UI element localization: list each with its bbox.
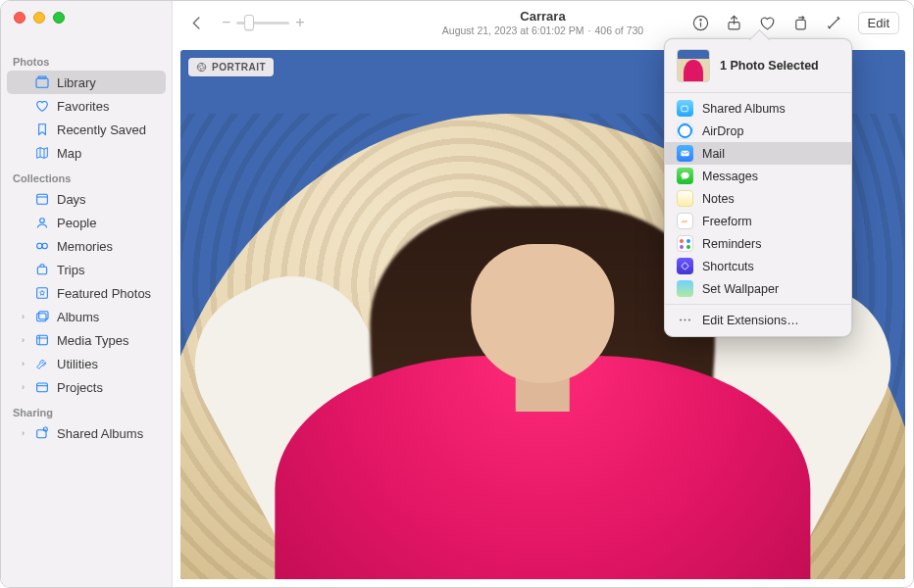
share-item-freeform[interactable]: Freeform [665, 210, 851, 232]
sidebar-item-favorites[interactable]: Favorites [7, 94, 166, 118]
media-types-icon [34, 332, 50, 348]
messages-icon [677, 168, 693, 184]
chevron-right-icon[interactable]: › [19, 359, 27, 368]
svg-rect-2 [37, 194, 48, 204]
notes-icon [677, 190, 693, 207]
airdrop-icon [677, 122, 693, 139]
sidebar-item-label: Library [57, 75, 96, 90]
share-item-label: Freeform [702, 215, 752, 228]
share-item-notes[interactable]: Notes [665, 187, 851, 210]
svg-rect-22 [682, 106, 687, 112]
sidebar-item-people[interactable]: People [7, 211, 166, 234]
sidebar-item-albums[interactable]: › Albums [7, 305, 166, 328]
shared-albums-icon [34, 425, 50, 441]
sidebar-item-featured-photos[interactable]: Featured Photos [7, 281, 166, 305]
share-item-reminders[interactable]: Reminders [665, 232, 851, 255]
svg-rect-20 [796, 20, 806, 28]
share-menu-thumbnail [677, 49, 710, 82]
maximize-window-button[interactable] [53, 12, 65, 24]
sidebar-item-label: Utilities [57, 357, 98, 371]
sidebar-item-memories[interactable]: Memories [7, 234, 166, 258]
edit-button[interactable]: Edit [858, 12, 899, 34]
svg-point-5 [37, 243, 42, 248]
sidebar-item-label: Shared Albums [57, 426, 143, 441]
share-item-airdrop[interactable]: AirDrop [665, 120, 851, 142]
chevron-right-icon[interactable]: › [19, 428, 27, 438]
bookmark-icon [34, 122, 50, 137]
sidebar-item-label: Recently Saved [57, 122, 146, 137]
share-item-shortcuts[interactable]: Shortcuts [665, 255, 851, 277]
rotate-button[interactable] [791, 13, 811, 32]
svg-point-25 [680, 319, 682, 321]
share-menu-header: 1 Photo Selected [665, 39, 851, 92]
info-button[interactable] [691, 13, 711, 32]
svg-rect-12 [37, 383, 48, 392]
share-item-messages[interactable]: Messages [665, 165, 851, 187]
projects-icon [34, 379, 50, 395]
sidebar-section-photos: Photos [1, 48, 172, 71]
share-item-label: Reminders [702, 237, 761, 251]
sidebar-item-media-types[interactable]: › Media Types [7, 328, 166, 352]
back-button[interactable] [186, 13, 206, 32]
shortcuts-icon [677, 258, 693, 274]
suitcase-icon [34, 262, 50, 277]
svg-rect-7 [37, 267, 46, 273]
toolbar-title-area: Carrara August 21, 2023 at 6:01:02 PM·40… [442, 9, 643, 36]
sidebar-section-sharing: Sharing [1, 399, 172, 421]
sidebar-item-library[interactable]: Library [7, 71, 166, 94]
portrait-badge: PORTRAIT [188, 58, 274, 76]
zoom-out-icon[interactable]: − [222, 14, 230, 31]
sidebar-item-shared-albums[interactable]: › Shared Albums [7, 421, 166, 445]
svg-rect-10 [39, 312, 48, 319]
share-menu: 1 Photo Selected Shared Albums AirDrop M… [664, 38, 852, 337]
sidebar-item-days[interactable]: Days [7, 187, 166, 211]
chevron-right-icon[interactable]: › [19, 312, 27, 321]
map-icon [34, 145, 50, 161]
sidebar-item-label: Projects [57, 380, 103, 395]
sidebar-item-projects[interactable]: › Projects [7, 375, 166, 399]
sidebar-item-label: Memories [57, 239, 113, 254]
zoom-in-icon[interactable]: + [295, 14, 304, 31]
share-item-mail[interactable]: Mail [665, 142, 851, 165]
mail-icon [677, 145, 693, 162]
auto-enhance-button[interactable] [825, 13, 844, 32]
share-item-set-wallpaper[interactable]: Set Wallpaper [665, 277, 851, 300]
sidebar-item-label: Days [57, 192, 86, 207]
wrench-icon [34, 356, 50, 371]
portrait-badge-label: PORTRAIT [212, 62, 266, 73]
reminders-icon [677, 235, 693, 252]
sidebar-item-recently-saved[interactable]: Recently Saved [7, 118, 166, 141]
sidebar-item-label: Favorites [57, 99, 109, 114]
star-square-icon [34, 285, 50, 301]
sidebar-item-label: Map [57, 146, 81, 161]
share-item-label: Shortcuts [702, 260, 754, 273]
share-item-label: Messages [702, 170, 758, 183]
extensions-icon [677, 312, 693, 328]
memories-icon [34, 238, 50, 254]
zoom-track[interactable] [236, 22, 289, 24]
chevron-right-icon[interactable]: › [19, 382, 27, 392]
sidebar-item-utilities[interactable]: › Utilities [7, 352, 166, 375]
share-button[interactable] [725, 13, 744, 32]
zoom-thumb[interactable] [244, 15, 254, 30]
share-item-shared-albums[interactable]: Shared Albums [665, 97, 851, 120]
sidebar-item-trips[interactable]: Trips [7, 258, 166, 281]
minimize-window-button[interactable] [33, 12, 45, 24]
share-item-label: Notes [702, 192, 735, 206]
library-icon [34, 74, 50, 90]
albums-icon [34, 309, 50, 324]
photo-position: 406 of 730 [595, 24, 644, 36]
wallpaper-icon [677, 280, 693, 297]
close-window-button[interactable] [14, 12, 25, 24]
photo-title: Carrara [442, 9, 643, 24]
chevron-right-icon[interactable]: › [19, 335, 27, 345]
share-item-label: Edit Extensions… [702, 314, 799, 327]
window-controls [14, 12, 65, 24]
share-item-edit-extensions[interactable]: Edit Extensions… [665, 309, 851, 331]
sidebar-section-collections: Collections [1, 165, 172, 187]
share-item-label: AirDrop [702, 124, 743, 138]
shared-albums-icon [677, 100, 693, 117]
zoom-slider[interactable]: − + [222, 14, 305, 31]
sidebar-item-map[interactable]: Map [7, 141, 166, 165]
share-item-label: Mail [702, 147, 725, 161]
